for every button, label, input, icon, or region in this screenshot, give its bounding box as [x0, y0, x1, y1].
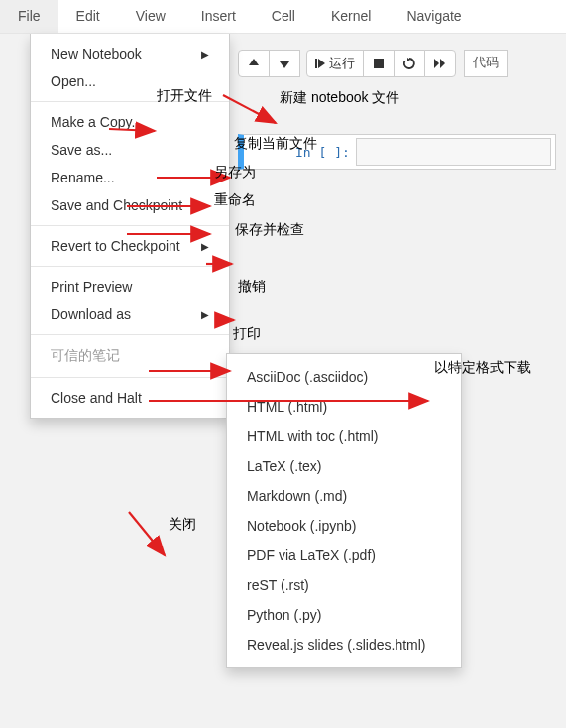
restart-button[interactable]	[394, 50, 425, 77]
file-save-checkpoint[interactable]: Save and Checkpoint	[31, 191, 229, 219]
file-revert[interactable]: Revert to Checkpoint ▶	[31, 232, 229, 260]
file-print-preview[interactable]: Print Preview	[31, 273, 229, 301]
download-revealjs[interactable]: Reveal.js slides (.slides.html)	[227, 630, 461, 660]
download-asciidoc[interactable]: AsciiDoc (.asciidoc)	[227, 362, 461, 392]
download-markdown[interactable]: Markdown (.md)	[227, 481, 461, 511]
menu-file[interactable]: File	[0, 0, 58, 33]
menu-edit[interactable]: Edit	[58, 0, 118, 33]
menubar: File Edit View Insert Cell Kernel Naviga…	[0, 0, 566, 34]
download-latex[interactable]: LaTeX (.tex)	[227, 451, 461, 481]
file-make-copy[interactable]: Make a Copy...	[31, 108, 229, 136]
run-label: 运行	[329, 55, 355, 72]
file-download-as-label: Download as	[51, 306, 131, 322]
file-trusted: 可信的笔记	[31, 341, 229, 371]
download-as-submenu: AsciiDoc (.asciidoc) HTML (.html) HTML w…	[226, 353, 462, 668]
submenu-arrow-icon: ▶	[201, 49, 209, 60]
run-all-button[interactable]	[424, 50, 456, 77]
run-button[interactable]: 运行	[306, 50, 364, 77]
menu-insert[interactable]: Insert	[183, 0, 254, 33]
svg-line-2	[223, 95, 276, 123]
download-html[interactable]: HTML (.html)	[227, 392, 461, 422]
annotation-close: 关闭	[169, 516, 196, 534]
annotation-open: 打开文件	[157, 87, 212, 105]
annotation-new-notebook: 新建 notebook 文件	[280, 89, 399, 107]
menu-cell[interactable]: Cell	[254, 0, 313, 33]
annotation-rename: 重命名	[214, 191, 256, 209]
cell-input[interactable]	[356, 138, 551, 166]
svg-rect-1	[374, 59, 384, 68]
annotation-print: 打印	[233, 325, 261, 343]
toolbar: 运行 代码	[238, 50, 508, 77]
separator	[31, 266, 229, 267]
annotation-save-checkpoint: 保存并检查	[235, 221, 304, 239]
submenu-arrow-icon: ▶	[201, 309, 209, 320]
file-save-as[interactable]: Save as...	[31, 136, 229, 164]
annotation-revert: 撤销	[238, 278, 266, 296]
file-new-notebook[interactable]: New Notebook ▶	[31, 40, 229, 67]
menu-view[interactable]: View	[118, 0, 183, 33]
separator	[31, 225, 229, 226]
separator	[31, 334, 229, 335]
celltype-select[interactable]: 代码	[464, 50, 508, 77]
download-rst[interactable]: reST (.rst)	[227, 570, 461, 600]
separator	[31, 377, 229, 378]
annotation-save-as: 另存为	[214, 164, 256, 182]
file-revert-label: Revert to Checkpoint	[51, 238, 180, 254]
svg-rect-0	[315, 59, 317, 68]
download-python[interactable]: Python (.py)	[227, 600, 461, 630]
svg-line-11	[129, 512, 165, 555]
submenu-arrow-icon: ▶	[201, 241, 209, 252]
download-html-toc[interactable]: HTML with toc (.html)	[227, 422, 461, 451]
file-rename[interactable]: Rename...	[31, 164, 229, 191]
stop-button[interactable]	[363, 50, 395, 77]
file-close-halt[interactable]: Close and Halt	[31, 384, 229, 412]
download-notebook[interactable]: Notebook (.ipynb)	[227, 511, 461, 541]
menu-kernel[interactable]: Kernel	[313, 0, 389, 33]
file-download-as[interactable]: Download as ▶	[31, 301, 229, 328]
move-down-button[interactable]	[269, 50, 300, 77]
annotation-download: 以特定格式下载	[434, 359, 531, 377]
annotation-make-copy: 复制当前文件	[234, 135, 317, 153]
move-up-button[interactable]	[238, 50, 270, 77]
file-new-notebook-label: New Notebook	[51, 46, 142, 61]
menu-navigate[interactable]: Navigate	[389, 0, 479, 33]
download-pdf[interactable]: PDF via LaTeX (.pdf)	[227, 541, 461, 570]
